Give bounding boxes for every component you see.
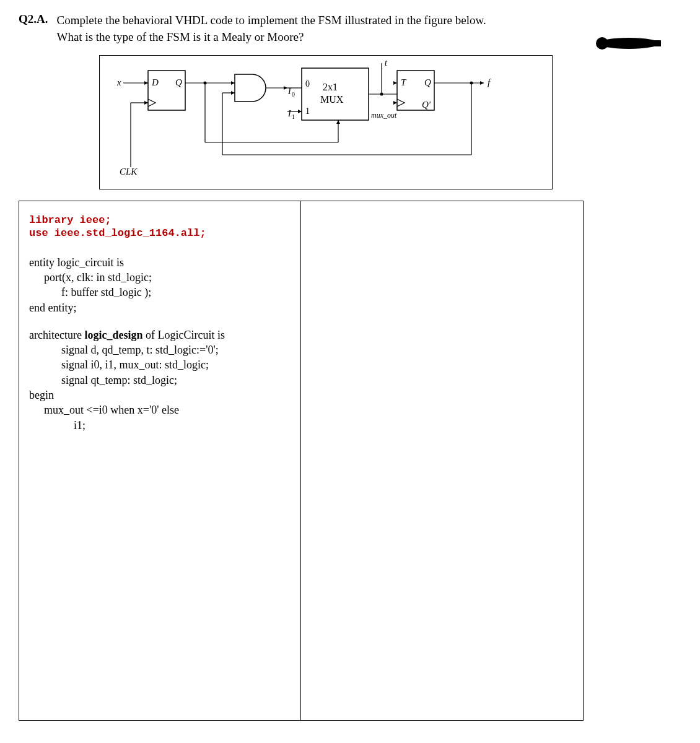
circuit-svg: x D Q CLK: [100, 56, 552, 189]
signal-line3: signal qt_temp: std_logic;: [29, 373, 291, 388]
circuit-figure: x D Q CLK: [99, 55, 681, 189]
svg-marker-35: [393, 81, 397, 85]
q-d-label: Q: [175, 77, 182, 87]
mux-2x1: 2x1: [323, 82, 338, 92]
port-line: port(x, clk: in std_logic;: [29, 270, 291, 285]
f-label: f: [488, 77, 491, 87]
muxout-label: mux_out: [371, 111, 397, 119]
end-entity-line: end entity;: [29, 300, 291, 315]
Qt-label: Q: [424, 77, 431, 87]
one-label: 1: [305, 106, 310, 116]
port-f-line: f: buffer std_logic );: [29, 285, 291, 300]
svg-marker-23: [284, 86, 287, 90]
question-header: Q2.A. Complete the behavioral VHDL code …: [19, 12, 681, 45]
svg-marker-4: [144, 81, 148, 85]
svg-rect-5: [148, 71, 185, 110]
clk-label: CLK: [120, 167, 138, 176]
entity-block: entity logic_circuit is port(x, clk: in …: [29, 255, 291, 315]
i1-sub: 1: [292, 113, 295, 120]
architecture-block: architecture logic_design of LogicCircui…: [29, 328, 291, 433]
mux-mux: MUX: [320, 94, 344, 105]
begin-line: begin: [29, 388, 291, 402]
redaction-mark-icon: [595, 34, 663, 53]
svg-rect-2: [654, 40, 661, 46]
svg-marker-29: [298, 110, 302, 113]
d-label: D: [151, 77, 159, 87]
answer-box: library ieee; use ieee.std_logic_1164.al…: [19, 201, 584, 721]
svg-marker-8: [144, 101, 148, 105]
code-column: library ieee; use ieee.std_logic_1164.al…: [19, 201, 301, 720]
x-label: x: [116, 77, 121, 87]
i1-label: I: [287, 109, 292, 118]
svg-point-1: [596, 37, 608, 50]
svg-marker-17: [231, 91, 235, 95]
question-line1: Complete the behavioral VHDL code to imp…: [57, 14, 486, 27]
answer-column-right: [301, 201, 583, 720]
t-label: t: [385, 58, 388, 67]
svg-marker-42: [480, 81, 484, 85]
svg-point-33: [380, 93, 383, 96]
i0-sub: 0: [292, 91, 295, 98]
library-block: library ieee; use ieee.std_logic_1164.al…: [29, 214, 291, 240]
mux-line1: mux_out <=i0 when x='0' else: [29, 402, 291, 417]
arch-decl: architecture logic_design of LogicCircui…: [29, 328, 291, 342]
question-label: Q2.A.: [19, 12, 48, 45]
zero-label: 0: [305, 79, 310, 89]
svg-marker-15: [336, 120, 340, 124]
signal-line1: signal d, qd_temp, t: std_logic:='0';: [29, 342, 291, 357]
signal-line2: signal i0, i1, mux_out: std_logic;: [29, 357, 291, 372]
entity-line: entity logic_circuit is: [29, 255, 291, 270]
svg-marker-10: [231, 81, 235, 85]
question-line2: What is the type of the FSM is it a Meal…: [57, 30, 304, 43]
Qtp-label: Q': [422, 100, 431, 110]
question-text: Complete the behavioral VHDL code to imp…: [57, 12, 682, 45]
mux-line2: i1;: [29, 418, 291, 433]
